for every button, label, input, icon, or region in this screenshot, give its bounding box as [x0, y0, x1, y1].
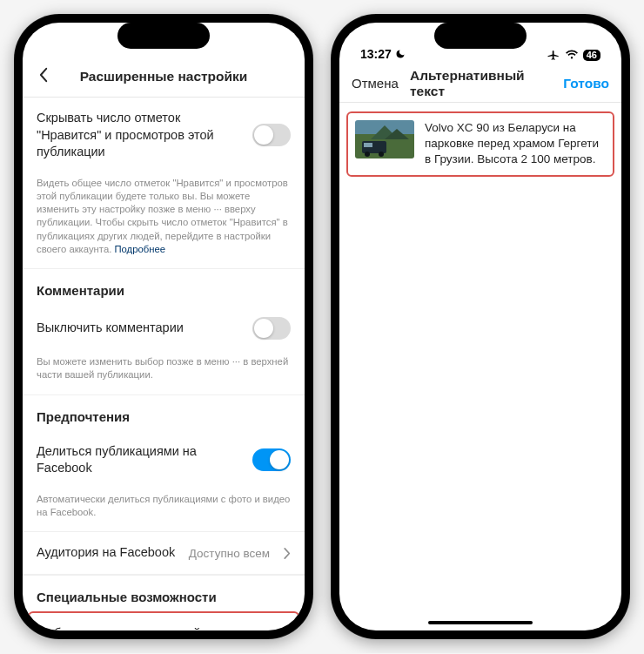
back-button[interactable] [35, 68, 52, 85]
comments-off-toggle[interactable] [252, 317, 291, 340]
svg-rect-5 [364, 143, 372, 147]
share-fb-row: Делиться публикациями на Facebook [23, 431, 305, 489]
fb-audience-value: Доступно всем [189, 547, 275, 560]
svg-point-6 [365, 152, 370, 157]
fb-audience-label: Аудитория на Facebook [37, 544, 175, 562]
hide-likes-toggle[interactable] [252, 124, 291, 146]
status-time: 13:27 [360, 47, 392, 61]
do-not-disturb-icon [395, 49, 406, 59]
hide-likes-label: Скрывать число отметок "Нравится" и прос… [37, 110, 244, 161]
alt-text-input[interactable]: Volvo XC 90 из Беларуси на парковке пере… [425, 120, 606, 168]
section-accessibility: Специальные возможности [23, 575, 305, 611]
comments-off-row: Выключить комментарии [23, 305, 305, 352]
share-fb-toggle[interactable] [252, 448, 291, 471]
nav-bar: Расширенные настройки [23, 56, 305, 98]
comments-off-help: Вы можете изменить выбор позже в меню ··… [23, 352, 305, 394]
hide-likes-row: Скрывать число отметок "Нравится" и прос… [23, 98, 305, 173]
screen-left: Расширенные настройки Скрывать число отм… [23, 23, 305, 630]
screen-right: 13:27 46 Отмена Альтернативный текст [339, 23, 621, 630]
cancel-button[interactable]: Отмена [352, 76, 399, 91]
phone-frame-right: 13:27 46 Отмена Альтернативный текст [331, 14, 630, 639]
hide-likes-help: Видеть общее число отметок "Нравится" и … [23, 173, 305, 269]
section-comments: Комментарии [23, 268, 305, 305]
chevron-right-icon [284, 548, 291, 559]
battery-indicator: 46 [583, 50, 600, 61]
hide-likes-help-text: Видеть общее число отметок "Нравится" и … [37, 178, 288, 254]
svg-point-7 [379, 152, 384, 157]
wifi-icon [565, 50, 579, 60]
learn-more-link[interactable]: Подробнее [114, 244, 165, 254]
add-alt-text-label: Добавлять альтернативный текст [38, 625, 234, 630]
share-fb-label: Делиться публикациями на Facebook [37, 443, 244, 477]
home-indicator[interactable] [428, 621, 533, 624]
nav-title: Альтернативный текст [410, 68, 551, 99]
battery-level: 46 [587, 51, 597, 60]
done-button[interactable]: Готово [563, 76, 609, 91]
dynamic-island [117, 23, 210, 49]
airplane-mode-icon [547, 49, 560, 61]
section-preferences: Предпочтения [23, 394, 305, 431]
chevron-left-icon [39, 67, 49, 86]
alt-text-entry: Volvo XC 90 из Беларуси на парковке пере… [346, 111, 614, 177]
chevron-right-icon [282, 628, 289, 630]
alt-text-content: Volvo XC 90 из Беларуси на парковке пере… [339, 103, 621, 630]
share-fb-help: Автоматически делиться публикациями с фо… [23, 489, 305, 532]
fb-audience-row[interactable]: Аудитория на Facebook Доступно всем [23, 532, 305, 574]
post-thumbnail[interactable] [355, 120, 414, 158]
nav-title: Расширенные настройки [80, 69, 248, 84]
settings-content: Скрывать число отметок "Нравится" и прос… [23, 98, 305, 630]
comments-off-label: Выключить комментарии [37, 320, 184, 337]
nav-bar: Отмена Альтернативный текст Готово [339, 64, 621, 103]
phone-frame-left: Расширенные настройки Скрывать число отм… [14, 14, 313, 639]
add-alt-text-row[interactable]: Добавлять альтернативный текст [28, 611, 299, 630]
dynamic-island [434, 23, 527, 49]
